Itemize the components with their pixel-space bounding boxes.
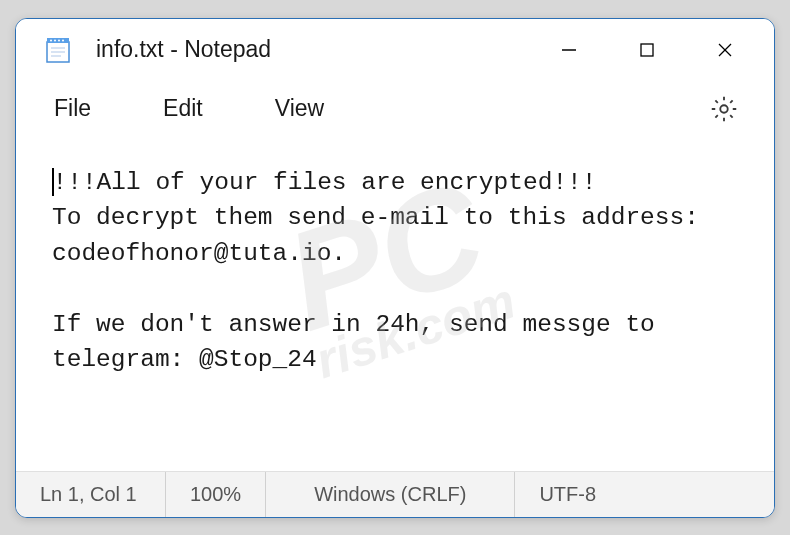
window-title: info.txt - Notepad <box>96 36 530 63</box>
svg-point-4 <box>58 39 60 41</box>
text-editor[interactable]: !!!All of your files are encrypted!!! To… <box>16 137 774 471</box>
svg-point-3 <box>54 39 56 41</box>
svg-point-5 <box>62 39 64 41</box>
menu-file[interactable]: File <box>44 89 101 128</box>
svg-point-13 <box>720 105 727 112</box>
close-button[interactable] <box>686 19 764 81</box>
notepad-icon <box>42 34 74 66</box>
svg-rect-10 <box>641 44 653 56</box>
status-zoom[interactable]: 100% <box>166 472 266 517</box>
text-content-line: !!!All of your files are encrypted!!! <box>53 169 597 196</box>
statusbar: Ln 1, Col 1 100% Windows (CRLF) UTF-8 <box>16 471 774 517</box>
settings-button[interactable] <box>702 87 746 131</box>
status-encoding: UTF-8 <box>515 472 620 517</box>
text-content-line: To decrypt them send e-mail to this addr… <box>52 200 738 271</box>
minimize-button[interactable] <box>530 19 608 81</box>
menubar: File Edit View <box>16 81 774 137</box>
titlebar: info.txt - Notepad <box>16 19 774 81</box>
status-line-ending: Windows (CRLF) <box>266 472 515 517</box>
svg-point-2 <box>50 39 52 41</box>
menu-view[interactable]: View <box>265 89 334 128</box>
status-cursor-position: Ln 1, Col 1 <box>16 472 166 517</box>
notepad-window: PC risk.com info.txt - Notepad <box>15 18 775 518</box>
window-controls <box>530 19 764 81</box>
maximize-button[interactable] <box>608 19 686 81</box>
menu-edit[interactable]: Edit <box>153 89 213 128</box>
text-content-line: If we don't answer in 24h, send messge t… <box>52 307 738 378</box>
